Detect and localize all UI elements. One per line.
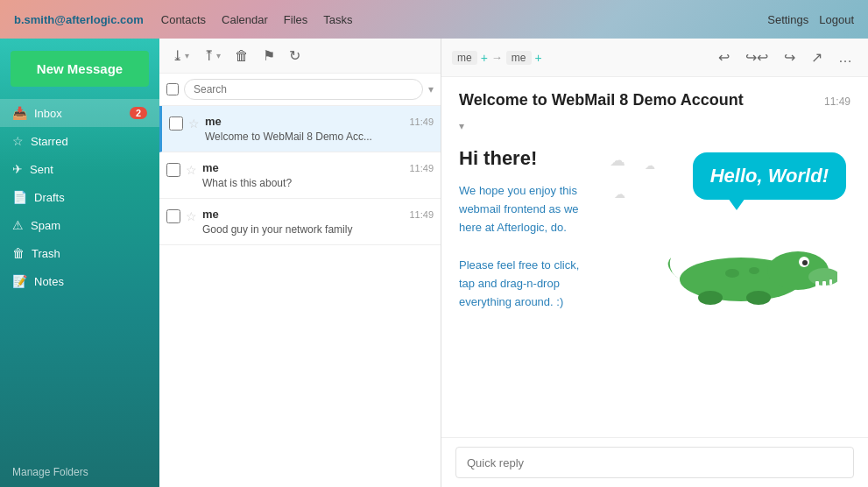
hi-there-text: Hi there!: [459, 143, 591, 173]
top-nav-left: b.smith@afterlogic.com Contacts Calendar…: [14, 13, 353, 26]
logout-link[interactable]: Logout: [819, 13, 854, 26]
sidebar-item-sent[interactable]: ✈ Sent: [0, 155, 159, 183]
email-time-3: 11:49: [409, 209, 434, 220]
email-subject-1: Welcome to WebMail 8 Demo Acc...: [205, 131, 434, 143]
to-add-icon[interactable]: +: [535, 51, 542, 65]
email-content-3: me 11:49 Good guy in your network family: [202, 208, 434, 236]
email-check-3[interactable]: [166, 209, 180, 223]
sidebar-item-spam[interactable]: ⚠ Spam: [0, 211, 159, 239]
forward-email-button[interactable]: ↪: [779, 46, 801, 69]
reply-button[interactable]: ↩: [713, 46, 735, 69]
nav-links: Contacts Calendar Files Tasks: [161, 13, 353, 26]
nav-contacts[interactable]: Contacts: [161, 13, 206, 26]
move-button[interactable]: ⤓ ▾: [166, 44, 194, 67]
sidebar: New Message 📥 Inbox 2 ☆ Starred ✈ Sent 📄…: [0, 39, 159, 487]
delete-button[interactable]: 🗑: [229, 45, 254, 67]
to-tag: me: [506, 51, 532, 65]
svg-rect-5: [815, 281, 819, 288]
from-tag: me: [452, 51, 477, 65]
star-icon-2[interactable]: ☆: [186, 163, 197, 177]
search-dropdown-button[interactable]: ▾: [428, 83, 434, 95]
reply-all-button[interactable]: ↪↩: [740, 46, 773, 69]
svg-point-8: [698, 291, 723, 305]
notes-icon: 📝: [12, 274, 27, 288]
top-nav-right: Settings Logout: [767, 13, 854, 26]
sidebar-item-notes[interactable]: 📝 Notes: [0, 267, 159, 295]
svg-rect-7: [829, 279, 832, 285]
open-external-button[interactable]: ↗: [806, 46, 828, 69]
quick-reply-input[interactable]: [455, 447, 854, 478]
spam-icon: ⚠: [12, 218, 24, 232]
from-add-icon[interactable]: +: [481, 51, 488, 65]
manage-folders-link[interactable]: Manage Folders: [0, 457, 159, 487]
email-list-toolbar: ⤓ ▾ ⤒ ▾ 🗑 ⚑ ↻: [159, 39, 441, 74]
email-time-2: 11:49: [409, 163, 434, 173]
inbox-badge: 2: [130, 107, 147, 119]
forward-button[interactable]: ⤒ ▾: [198, 44, 226, 67]
email-subject-text: Welcome to WebMail 8 Demo Account: [459, 91, 744, 109]
email-body-layout: Hi there! We hope you enjoy this webmail…: [459, 143, 850, 311]
email-from-1: me: [205, 115, 222, 128]
email-item-1[interactable]: ☆ me 11:49 Welcome to WebMail 8 Demo Acc…: [159, 106, 441, 152]
sidebar-drafts-label: Drafts: [34, 191, 147, 204]
email-list-panel: ⤓ ▾ ⤒ ▾ 🗑 ⚑ ↻ ▾ ☆: [159, 39, 441, 487]
refresh-button[interactable]: ↻: [284, 44, 306, 67]
email-subject-2: What is this about?: [202, 177, 434, 189]
email-body: Hi there! We hope you enjoy this webmail…: [459, 143, 591, 311]
email-header-1: me 11:49: [205, 115, 434, 128]
sidebar-starred-label: Starred: [31, 135, 147, 148]
email-content-1: me 11:49 Welcome to WebMail 8 Demo Acc..…: [205, 115, 434, 143]
bubble-tail: [728, 198, 745, 210]
drafts-icon: 📄: [12, 190, 27, 204]
svg-point-11: [749, 267, 759, 274]
hello-world-bubble: Hello, World!: [693, 152, 846, 200]
sidebar-item-inbox[interactable]: 📥 Inbox 2: [0, 99, 159, 127]
flag-button[interactable]: ⚑: [258, 44, 280, 67]
sidebar-sent-label: Sent: [30, 163, 147, 176]
email-check-2[interactable]: [166, 163, 180, 177]
search-input[interactable]: [184, 79, 423, 100]
croc-scene: ☁ ☁ ☁ ☁ Hello, World!: [610, 144, 846, 310]
new-message-button[interactable]: New Message: [11, 51, 149, 87]
select-all-checkbox[interactable]: [166, 83, 179, 95]
quick-reply-area: [441, 437, 868, 487]
email-item-2[interactable]: ☆ me 11:49 What is this about?: [159, 152, 441, 199]
sidebar-item-starred[interactable]: ☆ Starred: [0, 127, 159, 155]
to-arrow-icon: →: [491, 51, 503, 64]
nav-calendar[interactable]: Calendar: [222, 13, 268, 26]
trash-icon: 🗑: [235, 48, 249, 64]
more-options-button[interactable]: …: [833, 46, 857, 69]
email-time-1: 11:49: [409, 116, 434, 127]
svg-point-4: [802, 260, 808, 265]
cloud-icon-1: ☁: [610, 151, 625, 170]
trash-icon: 🗑: [12, 246, 25, 260]
sidebar-item-trash[interactable]: 🗑 Trash: [0, 239, 159, 267]
cloud-icon-2: ☁: [645, 159, 655, 172]
email-subject-3: Good guy in your network family: [202, 223, 434, 236]
move-dropdown-icon: ▾: [185, 51, 189, 60]
sidebar-item-drafts[interactable]: 📄 Drafts: [0, 183, 159, 211]
sent-icon: ✈: [12, 162, 23, 176]
email-illustration: ☁ ☁ ☁ ☁ Hello, World!: [605, 143, 850, 311]
email-from-2: me: [202, 161, 219, 174]
sidebar-nav: 📥 Inbox 2 ☆ Starred ✈ Sent 📄 Drafts ⚠ Sp…: [0, 95, 159, 457]
svg-point-9: [746, 291, 771, 305]
settings-link[interactable]: Settings: [767, 13, 808, 26]
email-check-1[interactable]: [169, 116, 183, 131]
body-text-2: Please feel free to click, tap and drag-…: [459, 257, 591, 311]
user-email[interactable]: b.smith@afterlogic.com: [14, 13, 144, 26]
forward-icon: ⤒: [203, 47, 215, 64]
star-icon-1[interactable]: ☆: [188, 116, 200, 131]
email-view-content: Welcome to WebMail 8 Demo Account 11:49 …: [441, 77, 868, 437]
nav-tasks[interactable]: Tasks: [323, 13, 352, 26]
body-text-1: We hope you enjoy this webmail frontend …: [459, 182, 591, 236]
expand-details-button[interactable]: ▾: [459, 120, 850, 132]
star-icon-3[interactable]: ☆: [186, 209, 197, 223]
sidebar-notes-label: Notes: [34, 275, 147, 288]
nav-files[interactable]: Files: [284, 13, 307, 26]
hello-world-text: Hello, World!: [710, 165, 829, 187]
main-area: New Message 📥 Inbox 2 ☆ Starred ✈ Sent 📄…: [0, 39, 868, 487]
cloud-icon-4: ☁: [614, 187, 625, 201]
email-header-2: me 11:49: [202, 161, 434, 174]
email-item-3[interactable]: ☆ me 11:49 Good guy in your network fami…: [159, 199, 441, 245]
